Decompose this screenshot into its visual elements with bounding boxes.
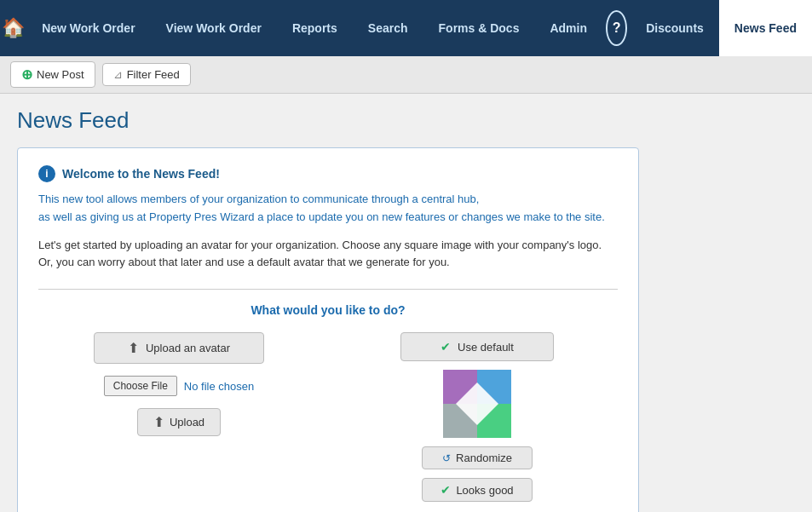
- question-text: What would you like to do?: [38, 303, 618, 317]
- divider: [38, 289, 618, 290]
- welcome-header: i Welcome to the News Feed!: [38, 165, 618, 182]
- upload-side: ⬆ Upload an avatar Choose File No file c…: [38, 332, 320, 436]
- use-default-button[interactable]: ✔ Use default: [400, 332, 554, 361]
- upload-submit-button[interactable]: ⬆ Upload: [137, 408, 221, 436]
- file-input-row: Choose File No file chosen: [104, 376, 254, 396]
- nav-help[interactable]: ?: [606, 10, 627, 46]
- check-icon: ✔: [441, 340, 451, 354]
- use-default-label: Use default: [458, 341, 514, 354]
- new-post-button[interactable]: ⊕ New Post: [10, 61, 95, 88]
- action-row: ⬆ Upload an avatar Choose File No file c…: [38, 332, 618, 502]
- upload-avatar-label: Upload an avatar: [146, 342, 230, 354]
- choose-file-button[interactable]: Choose File: [104, 376, 177, 396]
- toolbar: ⊕ New Post ⊿ Filter Feed: [0, 56, 812, 94]
- filter-feed-label: Filter Feed: [127, 68, 180, 81]
- filter-feed-button[interactable]: ⊿ Filter Feed: [102, 63, 191, 86]
- no-file-text: No file chosen: [184, 380, 254, 393]
- avatar-preview: [443, 370, 511, 438]
- plus-circle-icon: ⊕: [21, 66, 32, 83]
- nav-reports[interactable]: Reports: [277, 0, 353, 56]
- nav-forms-docs[interactable]: Forms & Docs: [423, 0, 535, 56]
- news-feed-card: i Welcome to the News Feed! This new too…: [17, 147, 639, 512]
- looks-good-label: Looks good: [456, 484, 513, 497]
- navbar: 🏠 New Work Order View Work Order Reports…: [0, 0, 812, 56]
- filter-icon: ⊿: [113, 68, 123, 81]
- body-text: Let's get started by uploading an avatar…: [38, 237, 618, 273]
- upload-icon: ⬆: [128, 340, 139, 356]
- welcome-title: Welcome to the News Feed!: [62, 167, 220, 181]
- nav-discounts[interactable]: Discounts: [631, 0, 719, 56]
- main-content: News Feed i Welcome to the News Feed! Th…: [0, 94, 812, 512]
- nav-new-work-order[interactable]: New Work Order: [26, 0, 150, 56]
- looks-good-icon: ✔: [441, 483, 451, 497]
- nav-admin[interactable]: Admin: [534, 0, 602, 56]
- randomize-icon: ↺: [442, 452, 451, 464]
- randomize-button[interactable]: ↺ Randomize: [422, 446, 533, 469]
- default-avatar-side: ✔ Use default: [337, 332, 618, 502]
- page-title: News Feed: [17, 107, 795, 134]
- info-icon: i: [38, 165, 55, 182]
- welcome-text: This new tool allows members of your org…: [38, 191, 618, 227]
- looks-good-button[interactable]: ✔ Looks good: [422, 478, 533, 502]
- randomize-label: Randomize: [456, 452, 512, 464]
- upload-avatar-button[interactable]: ⬆ Upload an avatar: [94, 332, 264, 364]
- upload-submit-label: Upload: [170, 416, 204, 429]
- nav-search[interactable]: Search: [353, 0, 423, 56]
- upload-submit-icon: ⬆: [153, 414, 164, 430]
- nav-view-work-order[interactable]: View Work Order: [151, 0, 277, 56]
- new-post-label: New Post: [37, 68, 84, 81]
- home-button[interactable]: 🏠: [0, 0, 26, 56]
- nav-news-feed[interactable]: News Feed: [719, 0, 812, 56]
